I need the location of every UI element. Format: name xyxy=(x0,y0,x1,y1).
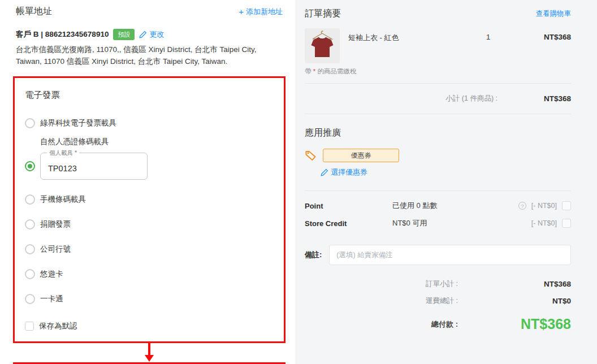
items-subtotal-value: NT$368 xyxy=(498,94,571,103)
einvoice-title: 電子發票 xyxy=(25,89,272,101)
change-label: 更改 xyxy=(149,29,164,40)
default-badge: 預設 xyxy=(113,29,135,40)
billing-header: 帳單地址 + 添加新地址 xyxy=(13,5,285,18)
option-easycard-label: 悠遊卡 xyxy=(40,269,63,279)
option-ipass-label: 一卡通 xyxy=(40,294,63,304)
personal-carrier-field[interactable]: 個人載具 * xyxy=(40,153,148,180)
red-arrow-icon xyxy=(143,343,155,362)
add-new-address-label: 添加新地址 xyxy=(246,7,283,17)
coupon-button[interactable]: 優惠券 xyxy=(323,149,399,162)
billing-address: 台北市信義區光復南路, 11070,, 信義區 Xinyi District, … xyxy=(16,44,283,68)
point-label: Point xyxy=(305,202,392,210)
radio-donate-invoice[interactable] xyxy=(25,219,35,229)
option-ipass[interactable]: 一卡通 xyxy=(25,294,272,304)
tax-note-prefix: 帶 xyxy=(305,68,312,75)
save-as-default-checkbox[interactable] xyxy=(25,322,34,331)
promotion-title: 應用推廣 xyxy=(305,127,571,139)
customer-name: 客戶 B | 886212345678910 xyxy=(16,29,109,40)
coupon-row: 優惠券 xyxy=(305,149,571,162)
choose-coupon-link[interactable]: 選擇優惠券 xyxy=(321,167,367,177)
billing-column: 帳單地址 + 添加新地址 客戶 B | 886212345678910 預設 更… xyxy=(0,0,295,364)
option-company-tax-id[interactable]: 公司行號 xyxy=(25,244,272,254)
order-subtotal-value: NT$368 xyxy=(458,280,571,288)
option-citizen-cert[interactable]: 個人載具 * xyxy=(25,153,272,180)
point-deduct-amount: [- NT$0] xyxy=(531,202,557,210)
product-quantity: 1 xyxy=(486,33,526,41)
pencil-icon xyxy=(321,168,328,176)
note-row: 備註: xyxy=(305,245,571,265)
save-as-default-label: 保存為默認 xyxy=(39,321,77,331)
option-mobile-barcode[interactable]: 手機條碼載具 xyxy=(25,194,272,205)
point-controls: ? [- NT$0] xyxy=(518,201,571,210)
note-label: 備註: xyxy=(305,250,322,260)
divider xyxy=(305,114,571,114)
items-subtotal-label: 小計 (1 件商品) : xyxy=(445,94,498,103)
shipping-total-row: 運費總計 : NT$0 xyxy=(305,296,571,306)
choose-coupon-label: 選擇優惠券 xyxy=(331,167,367,177)
store-credit-info: NT$0 可用 xyxy=(392,218,531,228)
totals-section: 訂單小計 : NT$368 運費總計 : NT$0 總付款 : NT$368 xyxy=(305,279,571,332)
order-subtotal-row: 訂單小計 : NT$368 xyxy=(305,279,571,289)
checkout-page: 帳單地址 + 添加新地址 客戶 B | 886212345678910 預設 更… xyxy=(0,0,597,364)
address-line-2: Taiwan, 11070 信義區 Xinyi District, 台北市 Ta… xyxy=(16,56,283,68)
summary-title: 訂單摘要 xyxy=(305,8,341,20)
items-subtotal-row: 小計 (1 件商品) : NT$368 xyxy=(305,84,571,114)
change-address-link[interactable]: 更改 xyxy=(139,29,164,40)
grand-total-label: 總付款 : xyxy=(431,319,458,330)
radio-ecpay-carrier[interactable] xyxy=(25,118,35,128)
einvoice-annotation-box: 電子發票 綠界科技電子發票載具 自然人憑證條碼載具 個人載具 * 手機條碼載具 … xyxy=(13,76,285,343)
store-credit-deduct-amount: [- NT$0] xyxy=(531,219,557,227)
option-ecpay-carrier-label: 綠界科技電子發票載具 xyxy=(40,118,116,128)
tax-note: 帶 * 的商品需繳稅 xyxy=(305,67,571,76)
option-donate-invoice-label: 捐贈發票 xyxy=(40,219,71,229)
radio-ipass[interactable] xyxy=(25,294,35,304)
help-icon[interactable]: ? xyxy=(518,202,526,210)
radio-citizen-cert-selected[interactable] xyxy=(25,161,35,171)
coupon-tag-icon xyxy=(305,149,317,162)
product-price: NT$368 xyxy=(526,33,571,41)
tshirt-image xyxy=(305,28,340,63)
store-credit-controls: [- NT$0] xyxy=(531,219,571,228)
add-new-address-link[interactable]: + 添加新地址 xyxy=(239,7,283,17)
option-company-tax-id-label: 公司行號 xyxy=(40,244,71,254)
point-info: 已使用 0 點數 xyxy=(392,201,518,211)
radio-company-tax-id[interactable] xyxy=(25,244,35,254)
seller-note-input[interactable] xyxy=(329,245,571,265)
store-credit-checkbox[interactable] xyxy=(562,219,571,228)
option-easycard[interactable]: 悠遊卡 xyxy=(25,269,272,279)
option-ecpay-carrier[interactable]: 綠界科技電子發票載具 xyxy=(25,118,272,128)
option-citizen-cert-label: 自然人憑證條碼載具 xyxy=(40,137,272,147)
personal-carrier-field-label: 個人載具 * xyxy=(47,149,79,157)
product-thumbnail xyxy=(305,28,340,63)
customer-row: 客戶 B | 886212345678910 預設 更改 xyxy=(16,29,283,40)
tax-note-star: * xyxy=(313,68,315,75)
shipping-total-label: 運費總計 : xyxy=(426,296,458,306)
pencil-icon xyxy=(139,31,147,38)
grand-total-row: 總付款 : NT$368 xyxy=(305,316,571,332)
annotation-arrow-wrap xyxy=(13,343,285,362)
tax-note-suffix: 的商品需繳稅 xyxy=(317,68,356,75)
shipping-total-value: NT$0 xyxy=(458,297,571,305)
order-summary-column: 訂單摘要 查看購物車 短袖上衣 - 紅色 1 NT$368 帶 * 的商品需繳稅 xyxy=(295,0,597,364)
radio-mobile-barcode[interactable] xyxy=(25,194,35,205)
address-line-1: 台北市信義區光復南路, 11070,, 信義區 Xinyi District, … xyxy=(16,44,283,56)
plus-icon: + xyxy=(239,7,244,16)
save-as-default-row[interactable]: 保存為默認 xyxy=(25,321,272,331)
grand-total-value: NT$368 xyxy=(458,316,571,332)
product-row: 短袖上衣 - 紅色 1 NT$368 xyxy=(305,28,571,63)
point-row: Point 已使用 0 點數 ? [- NT$0] xyxy=(305,201,571,211)
store-credit-row: Store Credit NT$0 可用 [- NT$0] xyxy=(305,218,571,228)
option-mobile-barcode-label: 手機條碼載具 xyxy=(40,194,86,205)
product-name: 短袖上衣 - 紅色 xyxy=(348,33,486,43)
radio-easycard[interactable] xyxy=(25,269,35,279)
billing-title: 帳單地址 xyxy=(16,6,52,18)
summary-header: 訂單摘要 查看購物車 xyxy=(305,7,571,20)
point-checkbox[interactable] xyxy=(562,201,571,210)
option-donate-invoice[interactable]: 捐贈發票 xyxy=(25,219,272,229)
store-credit-label: Store Credit xyxy=(305,219,392,228)
order-subtotal-label: 訂單小計 : xyxy=(426,279,458,289)
view-cart-link[interactable]: 查看購物車 xyxy=(536,9,572,19)
divider xyxy=(305,190,571,191)
